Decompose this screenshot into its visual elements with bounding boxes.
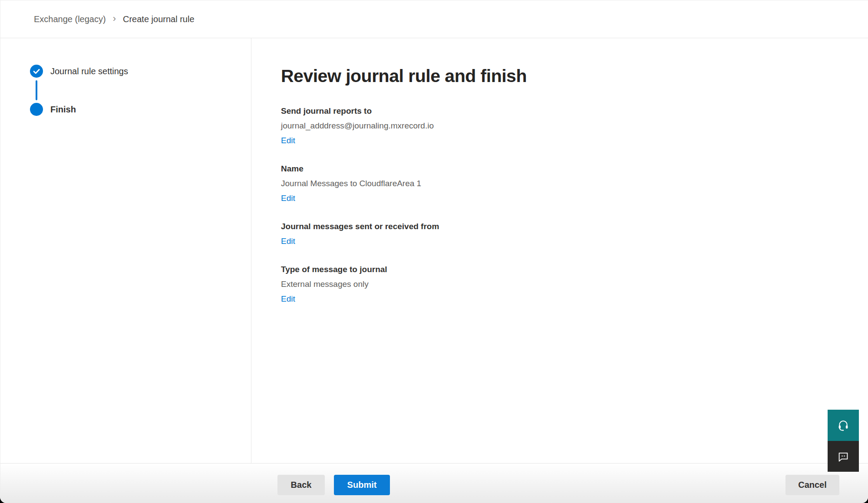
wizard-step-label: Finish: [50, 103, 76, 116]
current-step-dot-icon: [30, 103, 43, 116]
wizard-step-label: Journal rule settings: [50, 65, 128, 78]
feedback-button[interactable]: [828, 441, 859, 472]
edit-scope-link[interactable]: Edit: [281, 234, 295, 249]
support-button[interactable]: [828, 410, 859, 441]
wizard-step-finish: Finish: [30, 103, 76, 116]
review-section-send-reports: Send journal reports to journal_adddress…: [281, 104, 842, 148]
back-button[interactable]: Back: [277, 475, 325, 495]
review-section-name: Name Journal Messages to CloudflareArea …: [281, 161, 842, 206]
edit-name-link[interactable]: Edit: [281, 191, 295, 206]
page-title: Review journal rule and finish: [281, 65, 842, 87]
field-label: Journal messages sent or received from: [281, 219, 842, 234]
field-value: Journal Messages to CloudflareArea 1: [281, 176, 842, 191]
breadcrumb: Exchange (legacy) › Create journal rule: [34, 14, 195, 24]
review-section-scope: Journal messages sent or received from E…: [281, 219, 842, 249]
field-value: External messages only: [281, 277, 842, 292]
field-label: Name: [281, 161, 842, 176]
breadcrumb-bar: Exchange (legacy) › Create journal rule: [0, 0, 868, 38]
cancel-button[interactable]: Cancel: [785, 475, 839, 495]
chat-bubble-icon: [837, 450, 850, 463]
wizard-step-journal-rule-settings[interactable]: Journal rule settings: [30, 65, 128, 78]
headset-icon: [836, 418, 850, 432]
field-label: Type of message to journal: [281, 262, 842, 277]
completed-check-icon: [30, 65, 43, 78]
submit-button[interactable]: Submit: [334, 475, 390, 495]
review-panel: Review journal rule and finish Send jour…: [251, 38, 868, 463]
field-label: Send journal reports to: [281, 104, 842, 118]
breadcrumb-create-journal-rule: Create journal rule: [123, 14, 195, 24]
step-connector-line: [36, 80, 37, 100]
create-journal-rule-wizard: Exchange (legacy) › Create journal rule …: [0, 0, 868, 503]
action-bar: Back Submit Cancel: [0, 463, 868, 503]
breadcrumb-exchange-legacy[interactable]: Exchange (legacy): [34, 14, 106, 24]
review-section-message-type: Type of message to journal External mess…: [281, 262, 842, 306]
wizard-steps-panel: Journal rule settings Finish: [0, 38, 251, 463]
field-value: journal_adddress@journaling.mxrecord.io: [281, 118, 842, 133]
edit-send-reports-link[interactable]: Edit: [281, 133, 295, 148]
chevron-right-icon: ›: [113, 14, 116, 23]
edit-message-type-link[interactable]: Edit: [281, 292, 295, 306]
